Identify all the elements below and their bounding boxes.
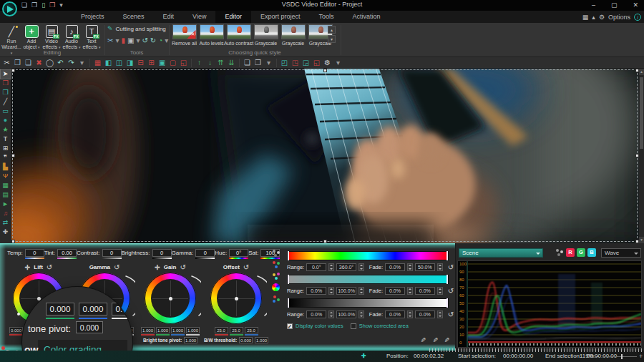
maximize-button[interactable]: ▢ xyxy=(608,0,620,10)
lift-channel-value[interactable]: 0.000 xyxy=(9,327,23,333)
lightness-fade-value[interactable]: 0.0% xyxy=(415,310,435,318)
slideshow-tool-icon[interactable]: ▤ xyxy=(1,190,11,200)
spin-down-icon[interactable] xyxy=(409,268,411,270)
offset-channel-value[interactable]: 25.0 xyxy=(215,327,228,333)
lightness-gradient-bar[interactable] xyxy=(287,298,449,308)
offset-wheel-handle[interactable] xyxy=(235,297,238,300)
sprite-object-icon[interactable]: ❒ xyxy=(1,88,11,97)
lightness-range-value[interactable]: 100.0% xyxy=(336,310,356,318)
rgb-mode-icon[interactable] xyxy=(272,260,280,269)
group-menu-icon[interactable]: ▾ xyxy=(263,58,274,68)
hue-gradient-bar[interactable] xyxy=(287,251,449,260)
channel-g-button[interactable]: G xyxy=(577,248,585,257)
marker-icon[interactable]: ▮ xyxy=(121,36,125,44)
hue-range-value[interactable]: 0.0° xyxy=(306,263,326,271)
spin-up-icon[interactable] xyxy=(409,288,411,290)
saturation-fade-value[interactable]: 0.0% xyxy=(415,287,435,295)
spin-up-icon[interactable] xyxy=(409,265,411,266)
redo-icon[interactable]: ↷ xyxy=(66,58,77,68)
hue-fade-value[interactable]: 0.0% xyxy=(385,263,405,271)
offset-pivot-value[interactable]: 0.000 xyxy=(239,337,253,343)
selection-handle[interactable] xyxy=(11,69,15,72)
gain-pivot-value[interactable]: 1.000 xyxy=(184,337,197,343)
quick-style-up-button[interactable]: ▴ xyxy=(328,26,336,34)
param-gamma-value[interactable]: 0 xyxy=(195,249,215,257)
menu-edit[interactable]: Edit xyxy=(154,11,184,23)
checkbox-show-corrected-area[interactable]: Show corrected area xyxy=(351,323,409,329)
saturation-range-value[interactable]: 100.0% xyxy=(336,287,356,295)
toolbar-settings-menu-icon[interactable]: ▾ xyxy=(333,58,343,68)
tooltip-tool-icon[interactable]: ❞ xyxy=(1,153,11,162)
close-button[interactable]: ✕ xyxy=(630,0,641,10)
spinner-control[interactable] xyxy=(328,263,334,271)
move-down-icon[interactable]: ↓ xyxy=(205,58,215,68)
cut-icon[interactable]: ✂ xyxy=(1,58,12,68)
loupe-value-box[interactable]: 0.000 xyxy=(46,303,74,315)
ellipse-tool-icon[interactable]: ● xyxy=(1,116,11,125)
channel-r-button[interactable]: R xyxy=(566,248,575,257)
checkbox-display-color-values[interactable]: ✓Display color values xyxy=(287,323,343,329)
redo-menu-icon[interactable]: ▾ xyxy=(77,58,87,68)
yuv-mode-icon[interactable] xyxy=(272,272,280,280)
spinner-control[interactable] xyxy=(437,310,443,318)
gain-channel-value[interactable]: 1.000 xyxy=(156,327,170,333)
chart-tool-icon[interactable]: ▙ xyxy=(1,162,11,172)
menu-export-project[interactable]: Export project xyxy=(251,11,310,23)
nodes-icon[interactable] xyxy=(555,248,564,257)
saturation-fade-value[interactable]: 0.0% xyxy=(385,287,405,295)
toolbar-settings-icon[interactable]: ⚙ xyxy=(322,58,333,68)
spinner-control[interactable] xyxy=(407,287,413,295)
spinner-control[interactable] xyxy=(358,310,364,318)
speed-icon[interactable]: ◔ xyxy=(158,36,162,44)
options-label[interactable]: Options xyxy=(608,14,630,21)
spin-up-icon[interactable] xyxy=(360,288,363,290)
gamma-arc-slider[interactable] xyxy=(124,274,135,320)
scrollbar-thumb[interactable] xyxy=(640,77,643,149)
info-icon[interactable]: i xyxy=(634,14,641,21)
saturation-range-value[interactable]: 0.0% xyxy=(306,287,326,295)
spin-down-icon[interactable] xyxy=(330,292,333,293)
menu-activation[interactable]: Activation xyxy=(343,11,389,23)
selection-handle[interactable] xyxy=(11,154,15,157)
distribute-horizontal-icon[interactable]: ⊟ xyxy=(135,58,146,68)
movement-tool-icon[interactable]: ✚ xyxy=(1,228,11,237)
quick-style-grayscale-4[interactable]: Grayscale xyxy=(280,24,306,46)
undo-icon[interactable]: ↶ xyxy=(55,58,66,68)
move-bottom-icon[interactable]: ⇊ xyxy=(226,58,237,68)
move-up-icon[interactable]: ↑ xyxy=(194,58,205,68)
offset-channel-value[interactable]: 25.0 xyxy=(230,327,243,333)
split-menu-icon[interactable]: ▾ xyxy=(115,36,119,44)
checkbox-icon[interactable] xyxy=(351,323,356,329)
loupe-value-box[interactable]: 0.000 xyxy=(79,303,107,315)
param-tint-value[interactable]: 0.00 xyxy=(57,249,77,257)
spinner-control[interactable] xyxy=(437,263,443,271)
sprite-loop-tool-icon[interactable]: ⇄ xyxy=(1,218,11,228)
hsl-mode-icon[interactable] xyxy=(272,295,280,303)
spinner-control[interactable] xyxy=(328,310,334,318)
spinner-control[interactable] xyxy=(407,310,413,318)
spinner-control[interactable] xyxy=(437,287,443,295)
gain-wheel-handle[interactable] xyxy=(169,297,172,300)
ellipse-select-icon[interactable]: ◯ xyxy=(44,58,55,68)
bring-to-front-icon[interactable]: ◰ xyxy=(279,58,290,68)
scope-source-dropdown[interactable]: Scene xyxy=(459,248,543,258)
spin-up-icon[interactable] xyxy=(330,265,333,266)
spin-up-icon[interactable] xyxy=(439,288,441,290)
channel-b-button[interactable]: B xyxy=(587,248,596,257)
pan-icon[interactable]: ✚ xyxy=(361,351,366,362)
spinner-control[interactable] xyxy=(328,287,334,295)
gain-channel-value[interactable]: 1.000 xyxy=(171,327,185,333)
image-tool-icon[interactable]: ▦ xyxy=(1,181,11,190)
offset-channel-value[interactable]: 25.0 xyxy=(245,327,258,333)
lift-reset-icon[interactable]: ↺ xyxy=(47,263,52,271)
same-size-icon[interactable]: ▣ xyxy=(157,58,167,68)
lift-wheel-handle[interactable] xyxy=(37,297,41,300)
spin-up-icon[interactable] xyxy=(330,288,333,290)
gain-channel-value[interactable]: 1.000 xyxy=(141,327,155,333)
quick-style-grayscale-3[interactable]: Grayscale xyxy=(253,24,278,46)
quick-style-remove-all-0[interactable]: ✕Remove all xyxy=(172,24,197,46)
scroll-down-icon[interactable]: ▼ xyxy=(639,237,644,243)
star-tool-icon[interactable]: ★ xyxy=(1,125,11,134)
same-height-icon[interactable]: ◱ xyxy=(178,58,189,68)
align-center-icon[interactable]: ◫ xyxy=(114,58,125,68)
